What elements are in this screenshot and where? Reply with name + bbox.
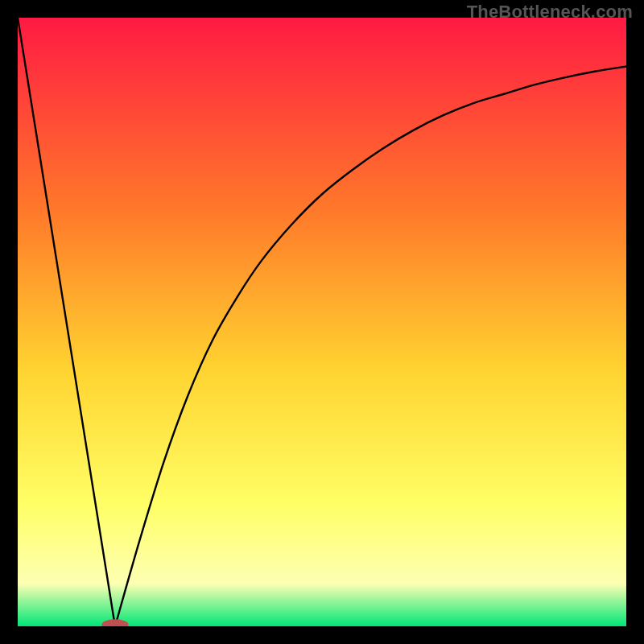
chart-container: TheBottleneck.com [0,0,644,644]
chart-canvas [18,18,626,626]
plot-area [18,18,626,626]
